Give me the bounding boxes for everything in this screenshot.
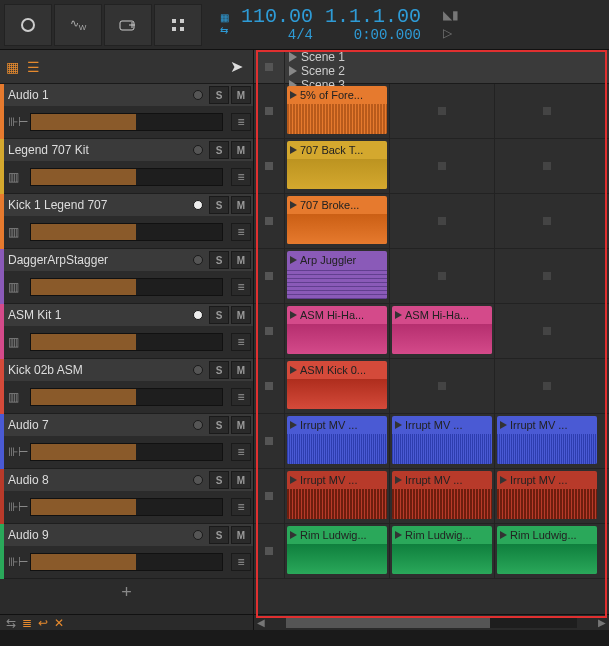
volume-slider[interactable] [30,333,223,351]
solo-button[interactable]: S [209,361,229,379]
pointer-tool-icon[interactable]: ➤ [230,57,247,76]
clip[interactable]: Irrupt MV ... [497,471,597,519]
track-name[interactable]: Audio 9 [4,528,193,542]
empty-clip-slot[interactable] [494,304,599,358]
track-name[interactable]: Legend 707 Kit [4,143,193,157]
scroll-left-icon[interactable]: ◀ [254,617,268,628]
shuffle-icon[interactable]: ⇆ [6,616,16,630]
track-menu-button[interactable]: ≡ [231,333,251,351]
track-name[interactable]: Audio 8 [4,473,193,487]
solo-button[interactable]: S [209,526,229,544]
record-arm-button[interactable] [193,310,203,320]
stop-all-button[interactable] [265,63,273,71]
mute-button[interactable]: M [231,251,251,269]
mute-button[interactable]: M [231,86,251,104]
scene-cell-2[interactable]: Scene 2 [284,64,389,78]
loop-icon[interactable]: ▦ [220,12,229,23]
clip[interactable]: 707 Broke... [287,196,387,244]
empty-clip-slot[interactable] [494,194,599,248]
solo-button[interactable]: S [209,471,229,489]
volume-slider[interactable] [30,113,223,131]
stop-track-button[interactable] [265,217,273,225]
record-arm-button[interactable] [193,365,203,375]
clip[interactable]: 5% of Fore... [287,86,387,134]
sync-icon[interactable]: ⇆ [220,25,229,36]
track-menu-button[interactable]: ≡ [231,223,251,241]
track-menu-button[interactable]: ≡ [231,278,251,296]
track-name[interactable]: Audio 1 [4,88,193,102]
clip[interactable]: Irrupt MV ... [392,416,492,464]
clip[interactable]: Rim Ludwig... [497,526,597,574]
volume-slider[interactable] [30,278,223,296]
track-menu-button[interactable]: ≡ [231,388,251,406]
empty-clip-slot[interactable] [494,359,599,413]
scene-cell-1[interactable]: Scene 1 [284,50,389,64]
stop-track-button[interactable] [265,382,273,390]
record-arm-button[interactable] [193,200,203,210]
track-menu-button[interactable]: ≡ [231,113,251,131]
scroll-right-icon[interactable]: ▶ [595,617,609,628]
clip-launcher-button[interactable] [154,4,202,46]
mute-button[interactable]: M [231,141,251,159]
overdub-button[interactable] [104,4,152,46]
record-arm-button[interactable] [193,420,203,430]
record-arm-button[interactable] [193,145,203,155]
track-name[interactable]: Audio 7 [4,418,193,432]
track-name[interactable]: ASM Kit 1 [4,308,193,322]
return-icon[interactable]: ↩ [38,616,48,630]
position-display[interactable]: 1.1.1.00 0:00.000 [325,6,421,43]
solo-button[interactable]: S [209,196,229,214]
record-arm-button[interactable] [193,255,203,265]
volume-slider[interactable] [30,443,223,461]
automation-write-button[interactable]: ∿W [54,4,102,46]
clip[interactable]: Irrupt MV ... [287,471,387,519]
stop-track-button[interactable] [265,272,273,280]
clip[interactable]: Rim Ludwig... [392,526,492,574]
mute-button[interactable]: M [231,361,251,379]
horizontal-scrollbar[interactable] [286,618,577,628]
mute-button[interactable]: M [231,471,251,489]
stop-track-button[interactable] [265,162,273,170]
track-menu-button[interactable]: ≡ [231,498,251,516]
volume-slider[interactable] [30,223,223,241]
clip[interactable]: ASM Hi-Ha... [287,306,387,354]
empty-clip-slot[interactable] [389,249,494,303]
track-name[interactable]: Kick 02b ASM [4,363,193,377]
solo-button[interactable]: S [209,86,229,104]
clip[interactable]: 707 Back T... [287,141,387,189]
volume-slider[interactable] [30,168,223,186]
stop-track-button[interactable] [265,547,273,555]
track-name[interactable]: Kick 1 Legend 707 [4,198,193,212]
record-arm-button[interactable] [193,530,203,540]
mute-button[interactable]: M [231,526,251,544]
record-button[interactable] [4,4,52,46]
volume-slider[interactable] [30,388,223,406]
mute-button[interactable]: M [231,196,251,214]
empty-clip-slot[interactable] [494,249,599,303]
add-track-button[interactable]: + [0,579,253,605]
track-name[interactable]: DaggerArpStagger [4,253,193,267]
solo-button[interactable]: S [209,141,229,159]
grid-view-icon[interactable]: ▦ [6,59,19,75]
list-view-icon[interactable]: ☰ [27,59,40,75]
volume-slider[interactable] [30,553,223,571]
clip[interactable]: ASM Hi-Ha... [392,306,492,354]
empty-clip-slot[interactable] [389,139,494,193]
record-arm-button[interactable] [193,90,203,100]
track-menu-button[interactable]: ≡ [231,168,251,186]
clip[interactable]: Rim Ludwig... [287,526,387,574]
solo-button[interactable]: S [209,416,229,434]
track-menu-button[interactable]: ≡ [231,443,251,461]
stop-track-button[interactable] [265,437,273,445]
solo-button[interactable]: S [209,251,229,269]
empty-clip-slot[interactable] [494,139,599,193]
clip[interactable]: Irrupt MV ... [497,416,597,464]
empty-clip-slot[interactable] [389,84,494,138]
close-icon[interactable]: ✕ [54,616,64,630]
record-arm-button[interactable] [193,475,203,485]
clip[interactable]: Irrupt MV ... [392,471,492,519]
clip[interactable]: ASM Kick 0... [287,361,387,409]
mute-button[interactable]: M [231,306,251,324]
solo-button[interactable]: S [209,306,229,324]
mute-button[interactable]: M [231,416,251,434]
